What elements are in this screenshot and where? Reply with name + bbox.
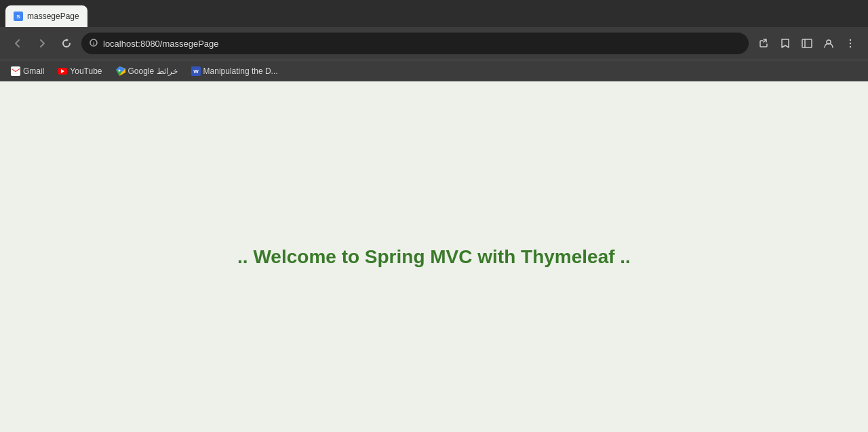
svg-rect-10 (12, 68, 20, 74)
welcome-heading: .. Welcome to Spring MVC with Thymeleaf … (237, 246, 631, 268)
bookmark-manipulating-label: Manipulating the D... (203, 66, 278, 76)
bookmark-gmail-label: Gmail (23, 66, 44, 76)
security-icon: ℹ (90, 39, 98, 49)
svg-text:S: S (16, 14, 20, 20)
page-content: .. Welcome to Spring MVC with Thymeleaf … (0, 81, 868, 432)
tab-title: massegePage (27, 12, 79, 21)
reload-button[interactable] (57, 34, 76, 53)
manipulating-favicon-icon: W (191, 66, 201, 76)
maps-favicon-icon (116, 66, 125, 76)
gmail-favicon-icon (11, 66, 20, 76)
browser-window: S massegePage (0, 0, 868, 432)
toolbar-actions (754, 34, 860, 53)
back-button[interactable] (8, 34, 27, 53)
profile-button[interactable] (819, 34, 838, 53)
bookmark-youtube-label: YouTube (70, 66, 102, 76)
svg-point-8 (850, 43, 851, 44)
active-tab[interactable]: S massegePage (5, 5, 87, 27)
url-text: localhost:8080/massegePage (103, 39, 741, 49)
toolbar: ℹ localhost:8080/massegePage (0, 27, 868, 60)
forward-button[interactable] (33, 34, 52, 53)
svg-text:W: W (193, 68, 199, 75)
tab-favicon: S (14, 12, 23, 21)
bookmarks-bar: Gmail YouTube Google خرائط (0, 60, 868, 81)
sidebar-button[interactable] (797, 34, 816, 53)
address-bar[interactable]: ℹ localhost:8080/massegePage (81, 33, 749, 54)
bookmark-button[interactable] (776, 34, 795, 53)
svg-point-14 (118, 69, 120, 71)
bookmark-maps-label: Google خرائط (128, 66, 178, 76)
menu-button[interactable] (841, 34, 860, 53)
tab-bar: S massegePage (0, 0, 868, 27)
share-button[interactable] (754, 34, 773, 53)
bookmark-youtube[interactable]: YouTube (52, 64, 107, 78)
bookmark-gmail[interactable]: Gmail (5, 64, 50, 78)
svg-point-9 (850, 46, 851, 47)
youtube-favicon-icon (58, 66, 67, 76)
bookmark-maps[interactable]: Google خرائط (111, 64, 183, 78)
svg-rect-4 (802, 39, 812, 47)
bookmark-manipulating[interactable]: W Manipulating the D... (186, 64, 283, 78)
svg-text:ℹ: ℹ (93, 41, 95, 45)
svg-point-7 (850, 39, 851, 41)
